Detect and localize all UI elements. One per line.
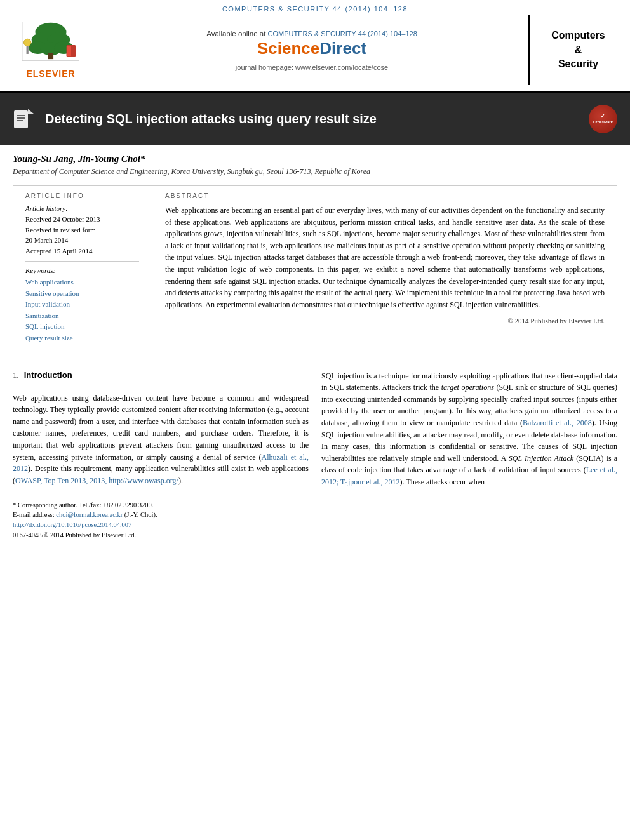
author-names: Young-Su Jang, Jin-Young Choi* bbox=[13, 154, 617, 164]
svg-rect-12 bbox=[14, 110, 28, 128]
intro-left-text: Web applications using database-driven c… bbox=[13, 392, 309, 487]
footnote-email-link[interactable]: choi@formal.korea.ac.kr bbox=[56, 511, 123, 518]
doi-link[interactable]: http://dx.doi.org/10.1016/j.cose.2014.04… bbox=[13, 521, 131, 528]
journal-title-line3: Security bbox=[558, 58, 598, 69]
section-number: 1. bbox=[13, 370, 19, 380]
svg-marker-17 bbox=[28, 109, 34, 114]
keyword-sanitization: Sanitization bbox=[25, 310, 139, 322]
journal-title-block: Computers & Security bbox=[528, 15, 617, 85]
svg-rect-9 bbox=[27, 46, 29, 54]
paper-title: Detecting SQL injection attacks using qu… bbox=[45, 112, 579, 126]
journal-title-line2: & bbox=[575, 44, 582, 55]
available-online-text: Available online at COMPUTERS & SECURITY… bbox=[206, 30, 417, 37]
ref-owasp[interactable]: OWASP, Top Ten 2013, 2013, http://www.ow… bbox=[15, 476, 178, 485]
received-revised-label: Received in revised form bbox=[25, 225, 139, 236]
keyword-sql-injection: SQL injection bbox=[25, 321, 139, 333]
ref-alhuzali[interactable]: Alhuzali et al., 2012 bbox=[13, 453, 309, 474]
section-divider bbox=[13, 354, 617, 354]
intro-left-column: 1. Introduction Web applications using d… bbox=[13, 370, 309, 488]
keyword-query-result-size: Query result size bbox=[25, 333, 139, 344]
svg-point-8 bbox=[23, 39, 30, 46]
abstract-section: ABSTRACT Web applications are becoming a… bbox=[152, 192, 605, 344]
journal-header: ELSEVIER Available online at COMPUTERS &… bbox=[0, 15, 630, 93]
footnote-email: E-mail address: choi@formal.korea.ac.kr … bbox=[13, 510, 617, 520]
elsevier-wordmark: ELSEVIER bbox=[26, 69, 75, 79]
svg-rect-7 bbox=[48, 53, 53, 59]
introduction-section: 1. Introduction Web applications using d… bbox=[0, 364, 630, 488]
paper-icon bbox=[13, 108, 36, 131]
received-date-1: Received 24 October 2013 bbox=[25, 214, 139, 225]
article-info-column: ARTICLE INFO Article history: Received 2… bbox=[25, 192, 152, 344]
journal-reference: COMPUTERS & SECURITY 44 (2014) 104–128 bbox=[0, 0, 630, 15]
article-info-label: ARTICLE INFO bbox=[25, 192, 139, 199]
keyword-sensitive-operation: Sensitive operation bbox=[25, 288, 139, 300]
keyword-web-applications: Web applications bbox=[25, 277, 139, 288]
svg-rect-11 bbox=[67, 46, 71, 56]
paper-title-section: Detecting SQL injection attacks using qu… bbox=[0, 93, 630, 145]
footnote-corresponding: * Corresponding author. Tel./fax: +82 02… bbox=[13, 500, 617, 510]
footnote-section: * Corresponding author. Tel./fax: +82 02… bbox=[13, 495, 617, 540]
article-info-abstract-grid: ARTICLE INFO Article history: Received 2… bbox=[13, 185, 617, 344]
revised-date: 20 March 2014 bbox=[25, 235, 139, 246]
journal-homepage: journal homepage: www.elsevier.com/locat… bbox=[236, 63, 388, 71]
keywords-subsection: Keywords: Web applications Sensitive ope… bbox=[25, 261, 139, 344]
accepted-date: Accepted 15 April 2014 bbox=[25, 246, 139, 257]
crossmark-badge: ✓ CrossMark bbox=[589, 105, 617, 133]
footnote-doi: http://dx.doi.org/10.1016/j.cose.2014.04… bbox=[13, 520, 617, 530]
intro-right-text: SQL injection is a technique for malicio… bbox=[321, 370, 617, 488]
sciencedirect-url[interactable]: COMPUTERS & SECURITY 44 (2014) 104–128 bbox=[268, 30, 417, 37]
sciencedirect-brand: ScienceDirect bbox=[257, 39, 366, 58]
footnote-issn: 0167-4048/© 2014 Published by Elsevier L… bbox=[13, 530, 617, 540]
sciencedirect-header: Available online at COMPUTERS & SECURITY… bbox=[95, 15, 528, 85]
abstract-label: ABSTRACT bbox=[165, 192, 605, 199]
article-history-label: Article history: bbox=[25, 204, 139, 212]
copyright-notice: © 2014 Published by Elsevier Ltd. bbox=[165, 317, 605, 324]
journal-title-line1: Computers bbox=[551, 30, 605, 41]
keyword-input-validation: Input validation bbox=[25, 299, 139, 310]
abstract-text: Web applications are becoming an essenti… bbox=[165, 204, 605, 310]
ref-balzarotti[interactable]: Balzarotti et al., 2008 bbox=[523, 418, 592, 427]
intro-right-column: SQL injection is a technique for malicio… bbox=[321, 370, 617, 488]
section-title: Introduction bbox=[24, 370, 72, 380]
keywords-label: Keywords: bbox=[25, 267, 139, 274]
author-affiliation: Department of Computer Science and Engin… bbox=[13, 167, 617, 177]
elsevier-logo: ELSEVIER bbox=[13, 15, 95, 85]
ref-lee-tajpour[interactable]: Lee et al., 2012; Tajpour et al., 2012 bbox=[321, 465, 617, 486]
authors-section: Young-Su Jang, Jin-Young Choi* Departmen… bbox=[0, 145, 630, 179]
